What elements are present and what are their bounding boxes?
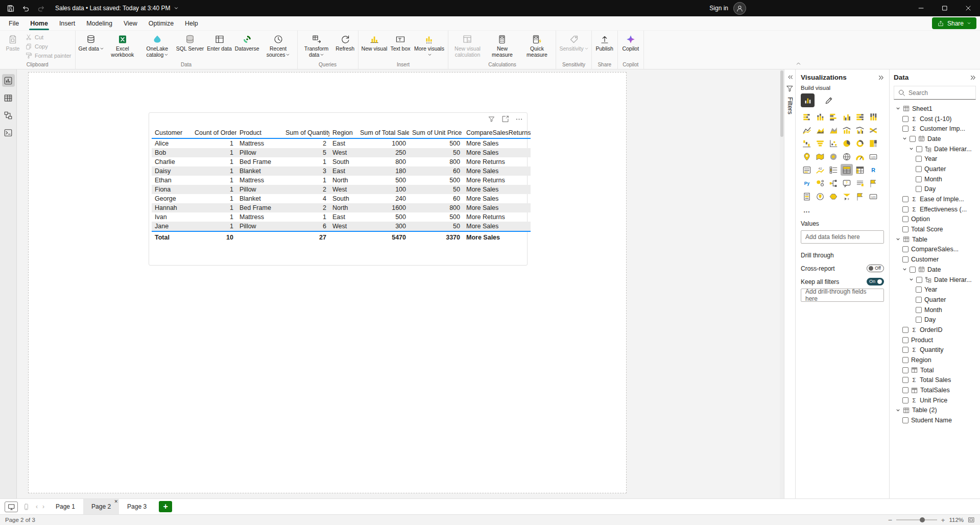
visual-type-donut-chart[interactable]	[854, 137, 866, 149]
field-checkbox[interactable]	[902, 377, 909, 383]
field-student-name[interactable]: Student Name	[894, 415, 976, 425]
visual-type-line-and-stacked-column-chart[interactable]	[841, 124, 853, 136]
report-page[interactable]: CustomerCount of OrderIDProductSum of Qu…	[28, 72, 627, 493]
field-date[interactable]: Date	[894, 265, 976, 275]
visual-type-line-and-clustered-column-chart[interactable]	[854, 124, 866, 136]
visual-type-multi-row-card[interactable]	[801, 164, 813, 176]
format-visual-tab[interactable]	[822, 93, 836, 107]
field-checkbox[interactable]	[902, 226, 909, 232]
field-checkbox[interactable]	[902, 216, 909, 222]
sql-server-button[interactable]: SQL Server	[175, 32, 205, 53]
redo-icon[interactable]	[34, 2, 48, 15]
field-checkbox[interactable]	[916, 166, 922, 172]
field-checkbox[interactable]	[916, 176, 922, 182]
sign-in-link[interactable]: Sign in	[709, 5, 728, 12]
column-header-sum-of-total-sales[interactable]: Sum of Total Sales	[357, 128, 409, 138]
field-quantity[interactable]: ΣQuantity	[894, 345, 976, 355]
build-visual-tab[interactable]	[801, 93, 815, 107]
get-data-button[interactable]: Get data	[77, 32, 105, 53]
visual-type-r-script-visual[interactable]: R	[867, 164, 879, 176]
cut-button[interactable]: Cut	[25, 34, 71, 41]
visual-type-scorecard[interactable]	[854, 190, 866, 202]
field-checkbox[interactable]	[902, 246, 909, 252]
field-customer-imp[interactable]: ΣCustomer Imp...	[894, 124, 976, 134]
report-view-button[interactable]	[2, 74, 15, 87]
excel-workbook-button[interactable]: Excel workbook	[105, 32, 140, 59]
quick-measure-button[interactable]: Quick measure	[519, 32, 554, 59]
field-date[interactable]: Date	[894, 134, 976, 144]
data-table-table[interactable]: Table	[894, 234, 976, 245]
visual-type-clustered-bar-chart[interactable]	[827, 111, 840, 123]
refresh-button[interactable]: Refresh	[334, 32, 356, 53]
fit-to-page-icon[interactable]	[968, 516, 975, 523]
search-input[interactable]	[909, 89, 972, 97]
field-day[interactable]: Day	[894, 184, 976, 195]
visual-type-stacked-area-chart[interactable]	[827, 124, 840, 136]
drill-through-field-well[interactable]: Add drill-through fields here	[801, 289, 884, 302]
collapse-data-icon[interactable]	[970, 75, 976, 81]
field-checkbox[interactable]	[916, 297, 922, 303]
zoom-slider[interactable]	[896, 519, 937, 520]
field-checkbox[interactable]	[916, 186, 922, 192]
visual-type-gauge[interactable]	[854, 151, 866, 162]
visual-type-arcgis-map[interactable]	[814, 190, 826, 202]
format-painter-button[interactable]: Format painter	[25, 52, 71, 59]
dax-query-view-button[interactable]	[2, 126, 15, 139]
visual-type-100-stacked-bar-chart[interactable]	[854, 111, 866, 123]
field-checkbox[interactable]	[916, 307, 922, 313]
table-row[interactable]: Fiona1Pillow2West10050More Sales	[152, 185, 531, 194]
visual-type-100-stacked-column-chart[interactable]	[867, 111, 879, 123]
zoom-out-icon[interactable]: −	[888, 516, 892, 524]
menu-tab-insert[interactable]: Insert	[54, 16, 81, 30]
filter-icon[interactable]	[488, 115, 495, 123]
field-month[interactable]: Month	[894, 305, 976, 315]
enter-data-button[interactable]: Enter data	[205, 32, 233, 53]
page-tab-page-2[interactable]: Page 2✕	[83, 499, 119, 514]
publish-button[interactable]: Publish	[593, 32, 616, 53]
visual-type-new-card[interactable]: 123	[867, 190, 879, 202]
column-header-comparesalesreturns[interactable]: CompareSalesReturns	[463, 128, 531, 138]
zoom-in-icon[interactable]: +	[941, 516, 945, 524]
collapse-chevron-icon[interactable]	[896, 106, 900, 111]
visual-type-azure-map[interactable]	[841, 151, 853, 162]
field-checkbox[interactable]	[902, 347, 909, 353]
page-tab-page-3[interactable]: Page 3	[119, 499, 155, 514]
column-header-region[interactable]: Region	[329, 128, 357, 138]
table-row[interactable]: Alice1Mattress2East1000500More Sales	[152, 138, 531, 148]
table-row[interactable]: Ethan1Mattress1North500500More Returns	[152, 176, 531, 185]
field-ease-of-imple[interactable]: ΣEase of Imple...	[894, 194, 976, 204]
visual-type-shape-map[interactable]	[827, 151, 840, 162]
field-date-hierar[interactable]: Date Hierar...	[894, 144, 976, 154]
menu-tab-modeling[interactable]: Modeling	[81, 16, 118, 30]
field-checkbox[interactable]	[902, 256, 909, 262]
field-year[interactable]: Year	[894, 284, 976, 295]
previous-page-arrow-icon[interactable]: ‹	[34, 503, 39, 510]
save-icon[interactable]	[3, 2, 17, 15]
table-row[interactable]: Bob1Pillow5West25050More Sales	[152, 148, 531, 157]
field-quarter[interactable]: Quarter	[894, 295, 976, 305]
field-checkbox[interactable]	[902, 387, 909, 393]
menu-tab-help[interactable]: Help	[179, 16, 204, 30]
new-visual-button[interactable]: New visual	[360, 32, 389, 53]
collapse-chevron-icon[interactable]	[902, 136, 907, 141]
cross-report-toggle[interactable]: Off	[867, 265, 884, 272]
field-comparesales[interactable]: CompareSales...	[894, 245, 976, 255]
visual-type-kpi[interactable]: 42	[814, 164, 826, 176]
column-header-sum-of-unit-price[interactable]: Sum of Unit Price	[409, 128, 463, 138]
visual-type-pie-chart[interactable]	[841, 137, 853, 149]
collapse-chevron-icon[interactable]	[909, 147, 914, 151]
field-month[interactable]: Month	[894, 174, 976, 184]
new-visual-calculation-button[interactable]: fxNew visual calculation	[450, 32, 485, 59]
visual-type-matrix[interactable]	[854, 164, 866, 176]
field-total[interactable]: Total	[894, 365, 976, 375]
collapse-chevron-icon[interactable]	[896, 408, 900, 413]
recent-sources-button[interactable]: Recent sources	[261, 32, 296, 59]
table-visual[interactable]: CustomerCount of OrderIDProductSum of Qu…	[149, 112, 528, 266]
table-row[interactable]: Charlie1Bed Frame1South800800More Return…	[152, 157, 531, 166]
desktop-layout-button[interactable]	[5, 502, 18, 512]
field-checkbox[interactable]	[902, 126, 909, 132]
visual-type-waterfall-chart[interactable]	[801, 137, 813, 149]
table-row[interactable]: Hannah1Bed Frame2North1600800More Sales	[152, 203, 531, 212]
menu-tab-home[interactable]: Home	[25, 16, 54, 30]
mobile-layout-button[interactable]	[19, 502, 33, 512]
